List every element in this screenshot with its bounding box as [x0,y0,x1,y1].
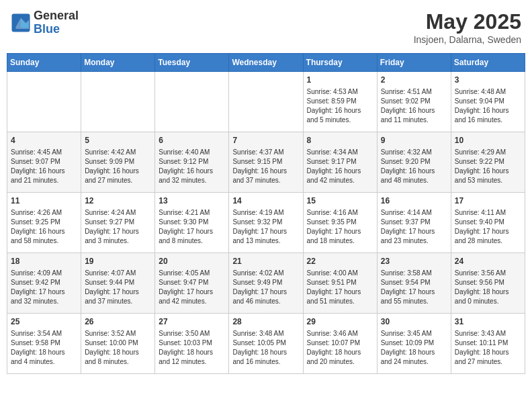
calendar-cell [7,72,81,132]
day-info: Sunrise: 4:02 AM Sunset: 9:49 PM Dayligh… [232,269,299,306]
day-number: 25 [11,316,77,328]
calendar-cell: 19Sunrise: 4:07 AM Sunset: 9:44 PM Dayli… [81,253,155,314]
calendar-cell: 7Sunrise: 4:37 AM Sunset: 9:15 PM Daylig… [229,132,303,193]
day-number: 12 [85,195,151,207]
day-number: 6 [159,135,225,146]
calendar-cell: 6Sunrise: 4:40 AM Sunset: 9:12 PM Daylig… [155,132,229,193]
calendar-cell: 5Sunrise: 4:42 AM Sunset: 9:09 PM Daylig… [81,132,155,193]
day-header-tuesday: Tuesday [155,54,229,72]
day-header-wednesday: Wednesday [229,54,303,72]
week-row: 18Sunrise: 4:09 AM Sunset: 9:42 PM Dayli… [7,253,525,314]
calendar-cell: 10Sunrise: 4:29 AM Sunset: 9:22 PM Dayli… [451,132,525,193]
calendar-cell: 29Sunrise: 3:46 AM Sunset: 10:07 PM Dayl… [303,314,377,374]
day-info: Sunrise: 4:05 AM Sunset: 9:47 PM Dayligh… [159,269,225,306]
day-info: Sunrise: 4:19 AM Sunset: 9:32 PM Dayligh… [232,208,299,246]
day-header-friday: Friday [377,54,451,72]
calendar-cell: 30Sunrise: 3:45 AM Sunset: 10:09 PM Dayl… [377,314,451,374]
day-number: 10 [455,135,521,146]
week-row: 25Sunrise: 3:54 AM Sunset: 9:58 PM Dayli… [7,314,525,374]
calendar-cell: 4Sunrise: 4:45 AM Sunset: 9:07 PM Daylig… [7,132,81,193]
day-number: 29 [307,316,373,328]
day-info: Sunrise: 4:42 AM Sunset: 9:09 PM Dayligh… [85,148,151,185]
day-number: 22 [307,256,373,267]
day-info: Sunrise: 4:48 AM Sunset: 9:04 PM Dayligh… [455,87,521,125]
calendar-cell: 11Sunrise: 4:26 AM Sunset: 9:25 PM Dayli… [7,193,81,253]
day-number: 19 [85,256,151,267]
day-number: 26 [85,316,151,328]
day-number: 24 [455,256,521,267]
logo: General Blue [11,9,79,36]
day-info: Sunrise: 4:29 AM Sunset: 9:22 PM Dayligh… [455,148,521,185]
day-info: Sunrise: 4:24 AM Sunset: 9:27 PM Dayligh… [85,208,151,246]
day-number: 11 [11,195,77,207]
logo-icon [11,13,31,33]
day-info: Sunrise: 4:11 AM Sunset: 9:40 PM Dayligh… [455,208,521,246]
day-number: 17 [455,195,521,207]
calendar-cell [81,72,155,132]
calendar-cell: 20Sunrise: 4:05 AM Sunset: 9:47 PM Dayli… [155,253,229,314]
month-year: May 2025 [414,9,521,34]
day-info: Sunrise: 3:45 AM Sunset: 10:09 PM Daylig… [381,329,447,367]
day-number: 27 [159,316,225,328]
location: Insjoen, Dalarna, Sweden [414,34,521,45]
logo-general: General [34,9,79,23]
calendar-cell: 21Sunrise: 4:02 AM Sunset: 9:49 PM Dayli… [229,253,303,314]
calendar-cell [155,72,229,132]
day-number: 8 [307,135,373,146]
day-number: 16 [381,195,447,207]
title-block: May 2025 Insjoen, Dalarna, Sweden [414,9,521,45]
calendar-cell: 26Sunrise: 3:52 AM Sunset: 10:00 PM Dayl… [81,314,155,374]
day-number: 13 [159,195,225,207]
day-info: Sunrise: 4:40 AM Sunset: 9:12 PM Dayligh… [159,148,225,185]
day-info: Sunrise: 4:07 AM Sunset: 9:44 PM Dayligh… [85,269,151,306]
week-row: 11Sunrise: 4:26 AM Sunset: 9:25 PM Dayli… [7,193,525,253]
page-header: General Blue May 2025 Insjoen, Dalarna, … [7,7,525,48]
day-info: Sunrise: 4:26 AM Sunset: 9:25 PM Dayligh… [11,208,77,246]
day-number: 21 [232,256,299,267]
calendar-table: SundayMondayTuesdayWednesdayThursdayFrid… [7,53,525,374]
day-info: Sunrise: 3:52 AM Sunset: 10:00 PM Daylig… [85,329,151,367]
day-number: 5 [85,135,151,146]
day-info: Sunrise: 3:56 AM Sunset: 9:56 PM Dayligh… [455,269,521,306]
day-info: Sunrise: 4:16 AM Sunset: 9:35 PM Dayligh… [307,208,373,246]
day-info: Sunrise: 3:50 AM Sunset: 10:03 PM Daylig… [159,329,225,367]
day-info: Sunrise: 4:32 AM Sunset: 9:20 PM Dayligh… [381,148,447,185]
day-info: Sunrise: 4:00 AM Sunset: 9:51 PM Dayligh… [307,269,373,306]
day-number: 15 [307,195,373,207]
day-info: Sunrise: 4:53 AM Sunset: 8:59 PM Dayligh… [307,87,373,125]
calendar-cell: 2Sunrise: 4:51 AM Sunset: 9:02 PM Daylig… [377,72,451,132]
calendar-cell: 23Sunrise: 3:58 AM Sunset: 9:54 PM Dayli… [377,253,451,314]
calendar-cell: 1Sunrise: 4:53 AM Sunset: 8:59 PM Daylig… [303,72,377,132]
day-number: 9 [381,135,447,146]
day-number: 23 [381,256,447,267]
day-info: Sunrise: 4:51 AM Sunset: 9:02 PM Dayligh… [381,87,447,125]
calendar-cell: 17Sunrise: 4:11 AM Sunset: 9:40 PM Dayli… [451,193,525,253]
day-header-monday: Monday [81,54,155,72]
day-number: 20 [159,256,225,267]
day-info: Sunrise: 4:37 AM Sunset: 9:15 PM Dayligh… [232,148,299,185]
logo-text: General Blue [34,9,79,36]
calendar-cell: 14Sunrise: 4:19 AM Sunset: 9:32 PM Dayli… [229,193,303,253]
day-number: 18 [11,256,77,267]
day-info: Sunrise: 3:54 AM Sunset: 9:58 PM Dayligh… [11,329,77,367]
week-row: 4Sunrise: 4:45 AM Sunset: 9:07 PM Daylig… [7,132,525,193]
day-header-sunday: Sunday [7,54,81,72]
day-info: Sunrise: 3:43 AM Sunset: 10:11 PM Daylig… [455,329,521,367]
day-header-thursday: Thursday [303,54,377,72]
calendar-cell: 12Sunrise: 4:24 AM Sunset: 9:27 PM Dayli… [81,193,155,253]
day-number: 4 [11,135,77,146]
calendar-cell: 25Sunrise: 3:54 AM Sunset: 9:58 PM Dayli… [7,314,81,374]
day-info: Sunrise: 3:46 AM Sunset: 10:07 PM Daylig… [307,329,373,367]
day-info: Sunrise: 4:21 AM Sunset: 9:30 PM Dayligh… [159,208,225,246]
calendar-cell: 22Sunrise: 4:00 AM Sunset: 9:51 PM Dayli… [303,253,377,314]
day-number: 30 [381,316,447,328]
day-number: 31 [455,316,521,328]
calendar-cell: 9Sunrise: 4:32 AM Sunset: 9:20 PM Daylig… [377,132,451,193]
day-number: 3 [455,75,521,86]
day-number: 1 [307,75,373,86]
logo-blue: Blue [34,23,79,36]
calendar-cell: 18Sunrise: 4:09 AM Sunset: 9:42 PM Dayli… [7,253,81,314]
calendar-cell [229,72,303,132]
day-info: Sunrise: 3:48 AM Sunset: 10:05 PM Daylig… [232,329,299,367]
day-number: 2 [381,75,447,86]
